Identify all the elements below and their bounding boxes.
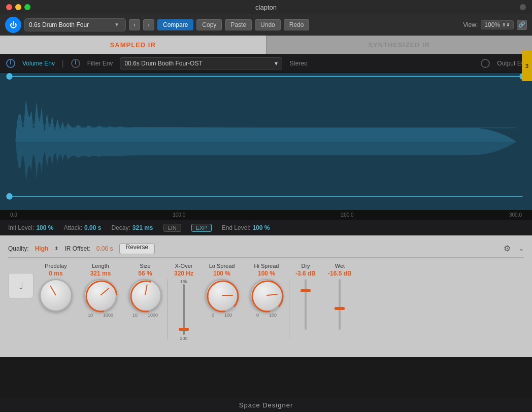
filter-env-label: Filter Env [87, 60, 113, 67]
decay-value[interactable]: 321 ms [132, 224, 153, 231]
end-level-label: End Level: [222, 224, 251, 231]
init-level-param: Init Level: 100 % [8, 224, 53, 231]
attack-value[interactable]: 0.00 s [84, 224, 101, 231]
xover-top-label: 16k [180, 279, 188, 284]
output-eq-power-button[interactable] [481, 59, 490, 68]
stepper-icon: ⬆⬇ [502, 22, 510, 27]
lo-spread-value: 100 % [213, 270, 230, 277]
lo-spread-group: Lo Spread 100 % 0 100 [206, 263, 238, 318]
end-level-value[interactable]: 100 % [252, 224, 270, 231]
svg-point-6 [84, 279, 119, 314]
dry-label: Dry [301, 263, 310, 269]
wet-fader-track[interactable] [339, 279, 341, 330]
predelay-label: Predelay [45, 263, 66, 269]
gear-icon[interactable]: ⚙ [502, 243, 513, 254]
size-knob[interactable] [129, 279, 161, 312]
quality-stepper-icon[interactable]: ⬍ [54, 246, 58, 251]
copy-button[interactable]: Copy [196, 19, 222, 30]
reverse-button[interactable]: Reverse [119, 243, 155, 254]
link-icon[interactable]: 🔗 [517, 20, 527, 30]
size-group: Size 56 % 10 1000 [129, 263, 161, 318]
wet-fader-thumb [335, 307, 345, 310]
ruler-mark-200: 200.0 [341, 212, 354, 218]
decay-param: Decay: 321 ms [111, 224, 153, 231]
lo-spread-label: Lo Spread [209, 263, 235, 269]
waveform-svg [0, 73, 532, 210]
preset-name: 0.6s Drum Booth Four [29, 21, 89, 28]
ruler-mark-300: 300.0 [509, 212, 522, 218]
filter-env-power-button[interactable] [71, 59, 80, 68]
attack-param: Attack: 0.00 s [63, 224, 101, 231]
dry-fader-group: Dry -3.6 dB [295, 263, 316, 330]
xover-group: X-Over 320 Hz 16k 200 [174, 263, 193, 341]
fullscreen-button[interactable] [24, 4, 30, 10]
undo-button[interactable]: Undo [255, 19, 281, 30]
tab-bar: SAMPLED IR SYNTHESIZED IR [0, 36, 532, 54]
init-level-value[interactable]: 100 % [36, 224, 53, 231]
size-value: 56 % [138, 270, 152, 277]
toolbar: ⏻ 0.6s Drum Booth Four ▼ ‹ › Compare Cop… [0, 14, 532, 36]
hi-spread-group: Hi Spread 100 % 0 100 [250, 263, 283, 318]
length-group: Length 321 ms 10 1000 [84, 263, 117, 318]
length-knob[interactable] [84, 279, 117, 312]
wet-label: Wet [335, 263, 345, 269]
xover-value: 320 Hz [174, 270, 193, 277]
exp-button[interactable]: EXP [191, 224, 212, 232]
vertical-divider-1 [168, 279, 168, 340]
paste-button[interactable]: Paste [225, 19, 252, 30]
predelay-knob[interactable] [40, 279, 72, 312]
window-title: clapton [255, 4, 277, 11]
xover-fader-track[interactable] [183, 284, 185, 335]
predelay-value: 0 ms [49, 270, 62, 277]
waveform-display[interactable] [0, 73, 532, 210]
hi-spread-knob[interactable] [250, 279, 283, 312]
predelay-indicator [50, 285, 56, 295]
svg-point-3 [6, 73, 12, 80]
stereo-label: Stereo [289, 60, 307, 67]
window-resize-handle [520, 4, 526, 10]
title-bar: clapton [0, 0, 532, 14]
traffic-lights [6, 4, 30, 10]
hi-spread-value: 100 % [258, 270, 275, 277]
ir-offset-label: IR Offset: [64, 245, 90, 252]
redo-button[interactable]: Redo [284, 19, 310, 30]
ir-offset-value[interactable]: 0.00 s [96, 245, 113, 252]
dry-fader-track[interactable] [305, 279, 307, 330]
xover-fader-thumb [179, 328, 189, 331]
nav-next-button[interactable]: › [143, 19, 154, 30]
end-level-param: End Level: 100 % [222, 224, 270, 231]
ruler-marks: 0.0 100.0 200.0 300.0 [10, 212, 522, 218]
volume-env-label: Volume Env [22, 60, 55, 67]
envelope-params: Init Level: 100 % Attack: 0.00 s Decay: … [0, 219, 532, 235]
quality-bar: Quality: High ⬍ IR Offset: 0.00 s Revers… [8, 239, 524, 258]
wet-value: -16.5 dB [328, 270, 352, 277]
dry-fader-thumb [301, 289, 311, 292]
minimize-button[interactable] [15, 4, 21, 10]
svg-point-5 [6, 193, 12, 200]
length-label: Length [92, 263, 109, 269]
power-button[interactable]: ⏻ [5, 17, 21, 33]
chevron-icon[interactable]: ⌄ [519, 245, 524, 252]
lo-spread-knob[interactable] [206, 279, 238, 312]
tab-synthesized-ir[interactable]: SYNTHESIZED IR [267, 36, 533, 54]
preset-dropdown[interactable]: 0.6s Drum Booth Four ▼ [24, 18, 126, 31]
xover-bottom-label: 200 [180, 336, 188, 341]
view-label: View: [463, 21, 478, 28]
right-sidebar-badge[interactable]: 3 [522, 51, 532, 81]
view-value[interactable]: 100% ⬆⬇ [481, 20, 514, 29]
ruler-mark-0: 0.0 [10, 212, 17, 218]
tab-sampled-ir[interactable]: SAMPLED IR [0, 36, 266, 54]
controls-bar: Volume Env | Filter Env 00.6s Drum Booth… [0, 54, 532, 73]
init-level-label: Init Level: [8, 224, 34, 231]
nav-prev-button[interactable]: ‹ [129, 19, 140, 30]
close-button[interactable] [6, 4, 12, 10]
wet-fader-group: Wet -16.5 dB [328, 263, 352, 330]
vertical-divider-2 [289, 279, 289, 340]
compare-button[interactable]: Compare [157, 19, 193, 30]
file-dropdown[interactable]: 00.6s Drum Booth Four-OST ▾ [120, 57, 282, 70]
attack-label: Attack: [63, 224, 82, 231]
predelay-group: Predelay 0 ms [40, 263, 72, 312]
dropdown-arrow-icon: ▾ [275, 60, 278, 67]
lin-button[interactable]: LIN [163, 224, 181, 232]
volume-env-power-button[interactable] [6, 59, 15, 68]
